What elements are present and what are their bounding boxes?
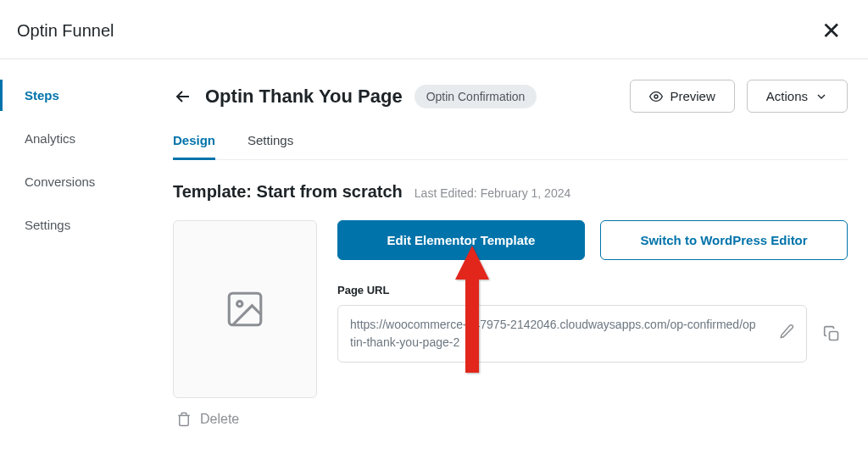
chevron-down-icon xyxy=(815,90,828,103)
tab-design[interactable]: Design xyxy=(173,133,215,160)
template-label: Template: Start from scratch xyxy=(173,182,403,202)
delete-label: Delete xyxy=(200,412,239,427)
tabs: Design Settings xyxy=(173,133,848,160)
eye-icon xyxy=(649,90,663,103)
page-header: Optin Thank You Page Optin Confirmation … xyxy=(173,80,848,113)
main: Optin Thank You Page Optin Confirmation … xyxy=(153,59,868,427)
sidebar: Steps Analytics Conversions Settings xyxy=(0,59,153,427)
sidebar-item-settings[interactable]: Settings xyxy=(0,209,153,241)
svg-point-0 xyxy=(654,95,658,98)
preview-label: Preview xyxy=(670,89,715,103)
svg-point-2 xyxy=(237,302,242,307)
pencil-icon xyxy=(779,324,794,339)
thumbnail-column: Delete xyxy=(173,220,317,427)
template-heading-row: Template: Start from scratch Last Edited… xyxy=(173,182,848,202)
image-placeholder-icon xyxy=(224,288,266,330)
switch-editor-button[interactable]: Switch to WordPress Editor xyxy=(600,220,848,260)
preview-button[interactable]: Preview xyxy=(630,80,734,113)
sidebar-item-conversions[interactable]: Conversions xyxy=(0,166,153,197)
content-row: Delete Edit Elementor Template Switch to… xyxy=(173,220,848,427)
page-url-label: Page URL xyxy=(337,284,848,296)
edit-elementor-button[interactable]: Edit Elementor Template xyxy=(337,220,585,260)
close-icon[interactable]: ✕ xyxy=(815,17,848,45)
page-url-input[interactable]: https://woocommerce-547975-2142046.cloud… xyxy=(337,305,807,363)
back-arrow-icon[interactable] xyxy=(173,86,193,107)
svg-rect-3 xyxy=(830,332,838,340)
sidebar-item-steps[interactable]: Steps xyxy=(0,80,153,111)
copy-url-button[interactable] xyxy=(815,313,848,354)
edit-url-button[interactable] xyxy=(779,324,794,344)
last-edited: Last Edited: February 1, 2024 xyxy=(415,186,570,200)
url-row: https://woocommerce-547975-2142046.cloud… xyxy=(337,305,848,363)
copy-icon xyxy=(823,325,840,342)
body: Steps Analytics Conversions Settings Opt… xyxy=(0,59,868,427)
actions-label: Actions xyxy=(766,89,808,103)
template-thumbnail[interactable] xyxy=(173,220,317,398)
modal-header: Optin Funnel ✕ xyxy=(0,0,868,59)
page-url-value: https://woocommerce-547975-2142046.cloud… xyxy=(350,318,756,349)
delete-button[interactable]: Delete xyxy=(173,412,239,427)
sidebar-item-analytics[interactable]: Analytics xyxy=(0,123,153,154)
step-type-badge: Optin Confirmation xyxy=(415,85,537,108)
button-row: Edit Elementor Template Switch to WordPr… xyxy=(337,220,848,260)
right-column: Edit Elementor Template Switch to WordPr… xyxy=(337,220,848,363)
page-title: Optin Thank You Page xyxy=(205,86,403,108)
modal-title: Optin Funnel xyxy=(17,21,114,41)
trash-icon xyxy=(176,412,192,427)
actions-button[interactable]: Actions xyxy=(747,80,848,113)
tab-settings[interactable]: Settings xyxy=(248,133,293,159)
